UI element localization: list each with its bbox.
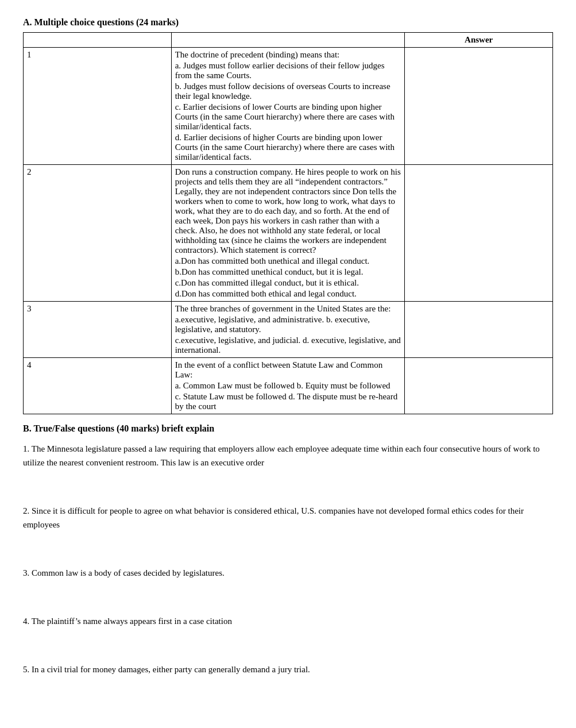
mc-table-answer-header: Answer <box>405 33 553 48</box>
mc-question-content: In the event of a conflict between Statu… <box>171 358 405 414</box>
section-a-title: A. Multiple choice questions (24 marks) <box>23 17 553 28</box>
tf-question: 5. In a civil trial for money damages, e… <box>23 662 553 676</box>
mc-question-num: 1 <box>24 48 172 165</box>
section-b-title: B. True/False questions (40 marks) brief… <box>23 423 553 434</box>
mc-answer-cell <box>405 358 553 414</box>
mc-question-num: 2 <box>24 165 172 302</box>
tf-question-text: 5. In a civil trial for money damages, e… <box>23 662 553 676</box>
tf-question-text: 4. The plaintiff’s name always appears f… <box>23 614 553 628</box>
mc-question-content: Don runs a construction company. He hire… <box>171 165 405 302</box>
mc-table-num-header <box>24 33 172 48</box>
mc-answer-cell <box>405 48 553 165</box>
mc-question-content: The doctrine of precedent (binding) mean… <box>171 48 405 165</box>
tf-question: 3. Common law is a body of cases decided… <box>23 566 553 580</box>
mc-question-num: 3 <box>24 302 172 358</box>
tf-question-text: 1. The Minnesota legislature passed a la… <box>23 442 553 469</box>
mc-table-content-header <box>171 33 405 48</box>
mc-table: Answer 1The doctrine of precedent (bindi… <box>23 32 553 414</box>
tf-question: 4. The plaintiff’s name always appears f… <box>23 614 553 628</box>
tf-question: 2. Since it is difficult for people to a… <box>23 504 553 531</box>
tf-question-text: 2. Since it is difficult for people to a… <box>23 504 553 531</box>
tf-question: 1. The Minnesota legislature passed a la… <box>23 442 553 469</box>
tf-question-text: 3. Common law is a body of cases decided… <box>23 566 553 580</box>
tf-questions-container: 1. The Minnesota legislature passed a la… <box>23 442 553 676</box>
mc-question-num: 4 <box>24 358 172 414</box>
mc-answer-cell <box>405 302 553 358</box>
mc-answer-cell <box>405 165 553 302</box>
mc-question-content: The three branches of government in the … <box>171 302 405 358</box>
